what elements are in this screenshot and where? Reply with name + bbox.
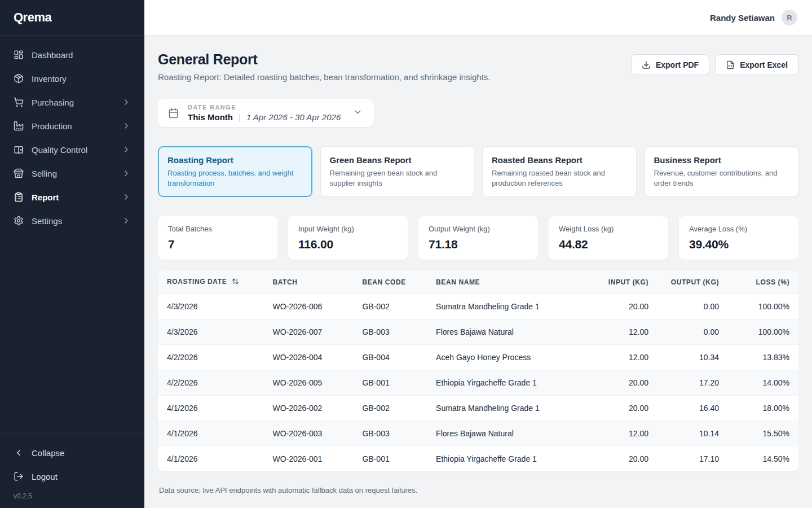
column-header-batch: BATCH — [263, 271, 353, 294]
column-header-input-kg: INPUT (KG) — [577, 271, 657, 294]
store-icon — [14, 168, 24, 178]
table-cell: 12.00 — [577, 345, 657, 370]
sidebar-item-quality-control[interactable]: Quality Control — [5, 138, 140, 161]
table-cell: Sumatra Mandheling Grade 1 — [427, 396, 577, 421]
sidebar-item-selling[interactable]: Selling — [5, 162, 140, 185]
date-range-selector[interactable]: DATE RANGE This Month | 1 Apr 2026 - 30 … — [158, 99, 374, 127]
column-header-roasting-date[interactable]: ROASTING DATE — [158, 271, 263, 294]
table-cell: 14.00% — [728, 370, 798, 396]
logout-button[interactable]: Logout — [5, 465, 140, 488]
export-pdf-label: Export PDF — [656, 60, 699, 69]
sidebar-footer: Collapse Logout v0.2.5 — [0, 433, 144, 508]
sidebar-item-label: Settings — [32, 216, 114, 226]
table-cell: 20.00 — [577, 446, 657, 472]
page-title: General Report — [158, 51, 491, 68]
page-header: General Report Roasting Report: Detailed… — [158, 51, 798, 82]
sidebar-item-label: Quality Control — [32, 145, 114, 155]
table-cell: WO-2026-006 — [263, 294, 353, 319]
dashboard-icon — [14, 50, 24, 60]
sidebar-item-label: Inventory — [32, 74, 131, 84]
sidebar-item-production[interactable]: Production — [5, 115, 140, 137]
date-range-preset: This Month — [188, 112, 233, 122]
sidebar-item-report[interactable]: Report — [5, 186, 140, 208]
clipboard-icon — [14, 192, 24, 202]
chevron-right-icon — [122, 216, 131, 225]
table-cell: GB-003 — [353, 319, 427, 345]
report-card-description: Revenue, customer contributions, and ord… — [654, 168, 789, 188]
page-content: General Report Roasting Report: Detailed… — [144, 36, 812, 508]
table-cell: WO-2026-005 — [263, 370, 353, 396]
avatar[interactable]: R — [782, 10, 797, 25]
stat-value: 39.40% — [689, 238, 788, 251]
table-cell: 4/2/2026 — [158, 345, 263, 370]
roasting-table-card: ROASTING DATE BATCH BEAN CODE BEAN NAME … — [158, 271, 798, 471]
table-cell: 100.00% — [728, 319, 798, 345]
report-card-business[interactable]: Business Report Revenue, customer contri… — [645, 146, 799, 197]
table-cell: 4/3/2026 — [158, 294, 263, 319]
sidebar-item-dashboard[interactable]: Dashboard — [5, 43, 140, 66]
chevron-down-icon — [353, 107, 363, 119]
table-cell: 18.00% — [728, 396, 798, 421]
stat-value: 71.18 — [429, 238, 528, 251]
chevron-right-icon — [122, 98, 131, 107]
report-card-green-beans[interactable]: Green Beans Report Remaining green bean … — [320, 146, 475, 197]
table-row: 4/2/2026WO-2026-004GB-004Aceh Gayo Honey… — [158, 345, 798, 370]
stat-weight-loss: Weight Loss (kg) 44.82 — [549, 216, 668, 260]
table-header-row: ROASTING DATE BATCH BEAN CODE BEAN NAME … — [158, 271, 798, 294]
stat-label: Output Weight (kg) — [429, 225, 528, 233]
table-cell: 0.00 — [657, 294, 728, 319]
app-logo: Qrema — [14, 10, 51, 25]
table-cell: Ethiopia Yirgacheffe Grade 1 — [427, 446, 577, 472]
sidebar-item-label: Report — [32, 192, 114, 202]
report-card-description: Remaining green bean stock and supplier … — [330, 168, 465, 188]
table-cell: 0.00 — [657, 319, 728, 345]
sidebar-item-inventory[interactable]: Inventory — [5, 67, 140, 90]
table-cell: 15.50% — [728, 421, 798, 446]
stat-output-weight: Output Weight (kg) 71.18 — [418, 216, 538, 260]
table-row: 4/1/2026WO-2026-002GB-002Sumatra Mandhel… — [158, 396, 798, 421]
gear-icon — [14, 216, 24, 226]
stat-label: Average Loss (%) — [689, 225, 788, 233]
chevron-right-icon — [122, 169, 131, 178]
main-area: Randy Setiawan R General Report Roasting… — [144, 0, 812, 508]
stat-value: 116.00 — [298, 238, 398, 251]
table-cell: 10.34 — [657, 345, 728, 370]
collapse-button[interactable]: Collapse — [5, 441, 140, 464]
table-row: 4/3/2026WO-2026-006GB-002Sumatra Mandhel… — [158, 294, 798, 319]
table-cell: WO-2026-007 — [263, 319, 353, 345]
stat-total-batches: Total Batches 7 — [158, 216, 277, 260]
chevron-right-icon — [122, 192, 131, 202]
stat-label: Weight Loss (kg) — [559, 225, 658, 233]
table-body: 4/3/2026WO-2026-006GB-002Sumatra Mandhel… — [158, 294, 798, 472]
table-cell: 100.00% — [728, 294, 798, 319]
sidebar-item-settings[interactable]: Settings — [5, 209, 140, 232]
table-cell: Ethiopia Yirgacheffe Grade 1 — [427, 370, 577, 396]
stat-average-loss: Average Loss (%) 39.40% — [679, 216, 798, 260]
table-cell: 12.00 — [577, 319, 657, 345]
table-cell: Sumatra Mandheling Grade 1 — [427, 294, 577, 319]
sidebar-item-label: Production — [32, 121, 114, 131]
report-card-roasted-beans[interactable]: Roasted Beans Report Remaining roasted b… — [482, 146, 637, 197]
sidebar-item-label: Dashboard — [32, 50, 131, 60]
table-row: 4/1/2026WO-2026-003GB-003Flores Bajawa N… — [158, 421, 798, 446]
export-excel-button[interactable]: Export Excel — [715, 54, 798, 75]
table-cell: 16.40 — [657, 396, 728, 421]
table-cell: 17.10 — [657, 446, 728, 472]
report-card-title: Roasting Report — [167, 155, 303, 165]
logout-label: Logout — [32, 472, 131, 481]
stat-label: Input Weight (kg) — [298, 225, 398, 233]
column-header-bean-name: BEAN NAME — [427, 271, 577, 294]
user-name[interactable]: Randy Setiawan — [710, 13, 775, 23]
table-cell: GB-003 — [353, 421, 427, 446]
cart-icon — [14, 97, 24, 107]
report-card-description: Roasting process, batches, and weight tr… — [167, 168, 303, 188]
report-type-cards: Roasting Report Roasting process, batche… — [158, 146, 798, 197]
inventory-icon — [14, 73, 24, 84]
table-cell: WO-2026-001 — [263, 446, 353, 472]
report-card-roasting[interactable]: Roasting Report Roasting process, batche… — [158, 146, 312, 197]
report-card-title: Business Report — [654, 155, 789, 165]
stat-value: 44.82 — [559, 238, 658, 251]
export-pdf-button[interactable]: Export PDF — [631, 54, 709, 75]
sidebar-nav: Dashboard Inventory Purchasing Productio… — [0, 36, 144, 433]
sidebar-item-purchasing[interactable]: Purchasing — [5, 91, 140, 113]
